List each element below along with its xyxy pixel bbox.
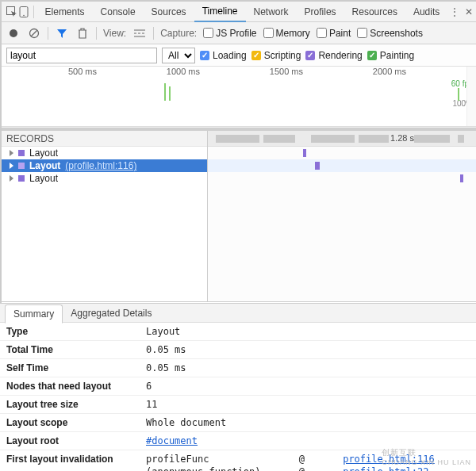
disclosure-triangle-icon[interactable]	[10, 150, 13, 156]
overview-ruler: 500 ms 1000 ms 1500 ms 2000 ms	[2, 67, 476, 78]
tab-audits[interactable]: Audits	[405, 2, 447, 21]
overview-spike	[458, 88, 459, 101]
category-painting[interactable]: ✓Painting	[367, 50, 414, 61]
category-painting-label: Painting	[380, 50, 414, 61]
separator	[33, 6, 34, 18]
ruler-tick: 2000 ms	[373, 67, 406, 76]
ruler-tick: 1000 ms	[167, 67, 200, 76]
record-label: Layout	[29, 160, 60, 171]
category-rendering-label: Rendering	[318, 50, 362, 61]
record-row[interactable]: Layout	[2, 147, 207, 159]
flame-segment	[414, 135, 450, 143]
record-row-selected[interactable]: Layout (profile.html:116)	[2, 159, 207, 172]
capture-screenshots-label: Screenshots	[370, 28, 423, 39]
tab-timeline[interactable]: Timeline	[194, 1, 246, 22]
svg-point-3	[10, 29, 17, 37]
timeline-overview[interactable]: 500 ms 1000 ms 1500 ms 2000 ms 60 fps 10…	[2, 67, 476, 127]
details-tab-summary[interactable]: Summary	[5, 304, 63, 324]
tab-network[interactable]: Network	[246, 2, 297, 21]
category-rendering[interactable]: ✓Rendering	[305, 50, 362, 61]
filter-icon[interactable]	[55, 26, 69, 40]
flame-mark[interactable]	[315, 162, 320, 170]
disclosure-triangle-icon[interactable]	[10, 163, 13, 169]
capture-memory-checkbox[interactable]: Memory	[263, 28, 310, 39]
inspect-element-icon[interactable]	[6, 4, 18, 20]
detail-row-type: TypeLayout	[1, 323, 476, 341]
record-type-select[interactable]: All	[162, 48, 195, 63]
close-icon[interactable]: ✕	[462, 6, 476, 17]
category-loading-label: Loading	[213, 50, 247, 61]
category-loading[interactable]: ✓Loading	[200, 50, 247, 61]
tab-elements[interactable]: Elements	[37, 2, 93, 21]
overview-scrollbar[interactable]	[466, 67, 476, 126]
disclosure-triangle-icon[interactable]	[10, 175, 13, 182]
overview-spike	[164, 83, 166, 101]
devtools-tab-row: Elements Console Sources Timeline Networ…	[2, 2, 476, 22]
filter-row: All ✓Loading ✓Scripting ✓Rendering ✓Pain…	[2, 44, 476, 67]
tab-console[interactable]: Console	[93, 2, 144, 21]
layout-root-link[interactable]: #document	[146, 435, 198, 446]
stack-fn: profileFunc	[146, 454, 296, 465]
details-tab-aggregated[interactable]: Aggregated Details	[63, 304, 159, 322]
capture-paint-label: Paint	[329, 28, 351, 39]
separator	[153, 27, 154, 40]
detail-row-tree-size: Layout tree size11	[1, 396, 476, 414]
records-header: RECORDS	[2, 131, 207, 147]
capture-memory-label: Memory	[276, 28, 310, 39]
capture-screenshots-checkbox[interactable]: Screenshots	[357, 28, 423, 39]
flame-segment	[359, 135, 389, 143]
detail-row-self-time: Self Time0.05 ms	[1, 359, 476, 377]
details-tabs: Summary Aggregated Details	[1, 304, 476, 323]
overview-spike	[169, 86, 171, 101]
flame-segment	[311, 135, 355, 143]
flame-segment	[216, 135, 259, 143]
record-source-link[interactable]: (profile.html:116)	[65, 160, 136, 171]
separator	[48, 27, 48, 40]
svg-point-2	[24, 14, 25, 16]
stack-source-link[interactable]: profile.html:22	[343, 466, 470, 471]
separator	[96, 27, 97, 40]
category-scripting-label: Scripting	[264, 50, 301, 61]
detail-row-scope: Layout scopeWhole document	[1, 414, 476, 432]
capture-label: Capture:	[160, 28, 197, 39]
record-row[interactable]: Layout	[2, 172, 207, 185]
flame-chart[interactable]: 1.28 s	[208, 131, 476, 301]
clear-icon[interactable]	[27, 26, 41, 40]
record-swatch-icon	[18, 163, 25, 169]
svg-line-5	[31, 30, 37, 36]
ruler-tick: 500 ms	[68, 67, 97, 76]
flame-mark[interactable]	[303, 149, 306, 157]
record-label: Layout	[29, 147, 58, 159]
record-swatch-icon	[18, 175, 25, 182]
detail-row-total-time: Total Time0.05 ms	[1, 341, 476, 359]
detail-row-nodes: Nodes that need layout6	[1, 377, 476, 396]
view-label: View:	[103, 28, 126, 39]
watermark: 创新互联 CHUANG XIN HU LIAN	[382, 447, 471, 466]
flame-segment	[458, 135, 464, 143]
flame-duration-label: 1.28 s	[390, 133, 414, 143]
tab-sources[interactable]: Sources	[144, 2, 194, 21]
record-button-icon[interactable]	[6, 26, 21, 40]
ruler-tick: 1500 ms	[270, 67, 303, 76]
records-list: RECORDS Layout Layout (profile.html:116)…	[2, 131, 208, 301]
capture-jsprofile-label: JS Profile	[216, 28, 256, 39]
garbage-icon[interactable]	[75, 26, 90, 40]
device-toggle-icon[interactable]	[18, 4, 30, 20]
capture-paint-checkbox[interactable]: Paint	[317, 28, 351, 39]
timeline-toolbar: View: Capture: JS Profile Memory Paint S…	[2, 22, 476, 44]
view-mode-icon[interactable]	[132, 26, 147, 40]
stack-fn: (anonymous function)	[146, 466, 296, 471]
record-swatch-icon	[18, 150, 25, 156]
category-scripting[interactable]: ✓Scripting	[251, 50, 301, 61]
tab-profiles[interactable]: Profiles	[297, 2, 344, 21]
tab-resources[interactable]: Resources	[344, 2, 405, 21]
records-pane: RECORDS Layout Layout (profile.html:116)…	[2, 131, 476, 302]
flame-mark[interactable]	[460, 174, 463, 182]
flame-chart-header: 1.28 s	[208, 131, 476, 147]
record-label: Layout	[29, 173, 58, 184]
more-menu-icon[interactable]: ⋮	[447, 6, 462, 17]
flame-segment	[263, 135, 295, 143]
details-panel: Summary Aggregated Details TypeLayout To…	[1, 303, 476, 471]
capture-jsprofile-checkbox[interactable]: JS Profile	[203, 28, 256, 39]
filter-input[interactable]	[6, 48, 157, 63]
